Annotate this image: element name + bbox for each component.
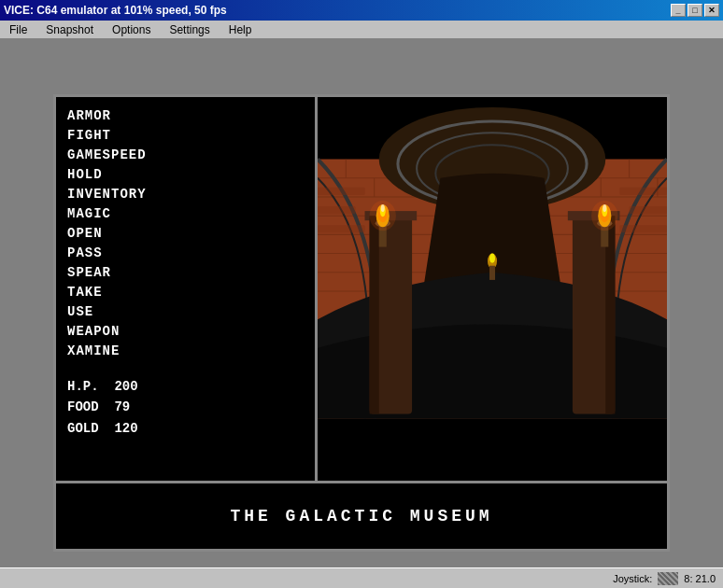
list-item[interactable]: INVENTORY <box>67 185 304 204</box>
minimize-button[interactable]: _ <box>671 4 686 17</box>
bottom-panel: THE GALACTIC MUSEUM <box>56 483 667 549</box>
location-name: THE GALACTIC MUSEUM <box>230 507 492 525</box>
left-panel: ARMOR FIGHT GAMESPEED HOLD INVENTORY MAG… <box>56 97 318 481</box>
svg-rect-48 <box>318 206 355 214</box>
title-bar: VICE: C64 emulator at 101% speed, 50 fps… <box>0 0 723 21</box>
top-section: ARMOR FIGHT GAMESPEED HOLD INVENTORY MAG… <box>56 97 667 483</box>
joystick-info: Joystick: 8: 21.0 <box>613 572 716 585</box>
position-value: 8: 21.0 <box>684 573 716 584</box>
menu-snapshot[interactable]: Snapshot <box>40 21 99 38</box>
svg-point-45 <box>489 254 495 263</box>
dungeon-scene <box>318 97 667 481</box>
stats-section: H.P. 200 FOOD 79 GOLD 120 <box>67 376 304 439</box>
svg-rect-26 <box>370 216 379 413</box>
list-item[interactable]: HOLD <box>67 165 304 185</box>
svg-rect-47 <box>318 188 365 195</box>
food-stat: FOOD 79 <box>67 397 304 417</box>
list-item[interactable]: USE <box>67 302 304 322</box>
joystick-icon <box>658 572 678 585</box>
gold-stat: GOLD 120 <box>67 418 304 439</box>
svg-rect-51 <box>630 206 667 214</box>
status-bar: Joystick: 8: 21.0 <box>0 567 723 588</box>
game-screen: ARMOR FIGHT GAMESPEED HOLD INVENTORY MAG… <box>53 94 670 552</box>
svg-point-36 <box>370 201 396 231</box>
list-item[interactable]: WEAPON <box>67 322 304 342</box>
list-item[interactable]: GAMESPEED <box>67 146 304 165</box>
close-button[interactable]: ✕ <box>704 4 719 17</box>
menu-file[interactable]: File <box>4 21 33 38</box>
list-item[interactable]: PASS <box>67 244 304 263</box>
menu-bar: File Snapshot Options Settings Help <box>0 21 723 39</box>
dungeon-view <box>318 97 667 481</box>
game-container: ARMOR FIGHT GAMESPEED HOLD INVENTORY MAG… <box>0 39 723 588</box>
svg-rect-49 <box>318 225 365 232</box>
list-item[interactable]: MAGIC <box>67 204 304 224</box>
maximize-button[interactable]: □ <box>688 4 702 17</box>
hp-stat: H.P. 200 <box>67 376 304 397</box>
list-item[interactable]: ARMOR <box>67 106 304 126</box>
list-item[interactable]: TAKE <box>67 283 304 302</box>
svg-point-43 <box>591 201 617 231</box>
menu-options[interactable]: Options <box>106 21 156 38</box>
svg-rect-50 <box>619 188 667 195</box>
menu-help[interactable]: Help <box>223 21 258 38</box>
list-item[interactable]: XAMINE <box>67 342 304 361</box>
joystick-label: Joystick: <box>613 573 652 584</box>
window-title: VICE: C64 emulator at 101% speed, 50 fps <box>4 4 671 17</box>
list-item[interactable]: OPEN <box>67 224 304 244</box>
list-item[interactable]: SPEAR <box>67 263 304 283</box>
window-controls: _ □ ✕ <box>671 4 719 17</box>
list-item[interactable]: FIGHT <box>67 126 304 146</box>
command-list: ARMOR FIGHT GAMESPEED HOLD INVENTORY MAG… <box>67 106 304 361</box>
menu-settings[interactable]: Settings <box>163 21 215 38</box>
svg-rect-52 <box>619 225 667 232</box>
svg-rect-46 <box>489 266 495 280</box>
